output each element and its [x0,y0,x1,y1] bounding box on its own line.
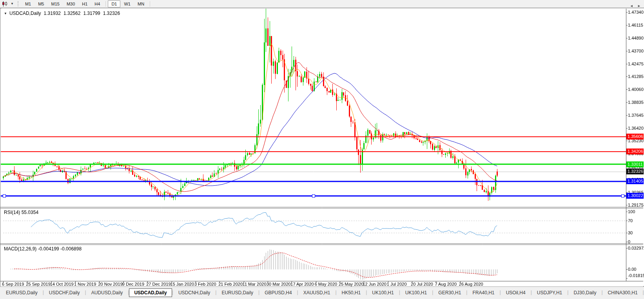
price-axis-tick: 1.41285 [628,74,644,79]
date-axis-label: 7 Aug 2020 [435,282,457,286]
macd-axis-tick: 0.00 [628,266,636,272]
ohlc-close: 1.32326 [103,11,120,16]
timeframe-button-D1[interactable]: D1 [108,0,120,7]
date-axis-label: 15 Jan 2020 [171,282,194,286]
date-axis-label: 21 Feb 2020 [218,282,243,286]
date-axis-label: 6 Sep 2019 [2,282,24,286]
chart-tabs: EURUSD,Daily|USDCHF,Daily|AUDUSD,Daily|U… [1,288,644,297]
date-axis-label: 30 Mar 2020 [267,282,291,286]
date-axis-label: 14 Oct 2019 [50,282,74,286]
timeframe-button-M1[interactable]: M1 [22,0,34,7]
chart-tab-EURUSD,Daily[interactable]: EURUSD,Daily [216,288,258,297]
date-axis-label: 3 Feb 2020 [194,282,216,286]
chart-tab-UK100,H1[interactable]: UK100,H1 [367,288,399,297]
toolbar-grip[interactable] [18,1,18,6]
price-axis-tick: 1.47340 [628,9,644,15]
timeframe-buttons: M1M5M15M30H1H4D1W1MN [22,0,152,7]
date-axis-label: 25 May 2020 [339,282,364,286]
date-axis-label: 9 Dec 2019 [122,282,144,286]
timeframe-button-MN[interactable]: MN [134,0,148,7]
ohlc-open: 1.31932 [44,11,61,16]
date-axis-label: 6 May 2020 [315,282,337,286]
chart-tab-CHINA300,H1[interactable]: CHINA300,H1 [603,288,643,297]
price-axis-tick: 1.40060 [628,87,644,92]
timeframe-button-M5[interactable]: M5 [34,0,47,7]
chart-tab-USDCHF,Daily[interactable]: USDCHF,Daily [44,288,85,297]
chart-tool-icon[interactable] [1,1,8,7]
macd-axis-tick: -0.018154 [628,273,644,278]
macd-axis-tick: 0.032972 [628,245,644,251]
chart-tab-EURUSD,Daily[interactable]: EURUSD,Daily [1,288,43,297]
level-price-label-1.33011: 1.33011 [626,161,644,167]
toolbar-separator [105,1,106,7]
timeframe-button-H4[interactable]: H4 [91,0,103,7]
price-axis-tick: 1.38835 [628,100,644,105]
date-axis-label: 12 Jun 2020 [363,282,386,286]
chart-symbol: USDCAD,Daily [9,11,41,16]
chart-tab-USDCNH,Daily[interactable]: USDCNH,Daily [173,288,215,297]
chart-tool-dropdown-caret[interactable]: ▼ [9,2,15,5]
rsi-pane-label: RSI(14) 55.0354 [4,210,38,215]
rsi-axis-tick: 70 [628,218,633,223]
chart-tab-GBPUSD,H4[interactable]: GBPUSD,H4 [259,288,297,297]
level-price-label-1.34206: 1.34206 [626,149,644,154]
toolbar-separator [150,1,150,7]
price-axis-tick: 1.37645 [628,112,644,118]
timeframe-toolbar: ▼ M1M5M15M30H1H4D1W1MN [0,0,644,8]
chart-tab-FRA40,H1[interactable]: FRA40,H1 [467,288,499,297]
chart-tab-DJ30,Daily[interactable]: DJ30,Daily [568,288,601,297]
date-axis-label: 27 Dec 2019 [146,282,171,286]
timeframe-button-W1[interactable]: W1 [120,0,134,7]
price-axis-tick: 1.29175 [628,202,644,208]
level-price-label-1.30022: 1.30022 [626,193,644,199]
chart-tab-GER30,H1[interactable]: GER30,H1 [433,288,466,297]
timeframe-button-M30[interactable]: M30 [63,0,78,7]
price-axis-tick: 1.36420 [628,125,644,131]
date-axis-label: 26 Aug 2020 [459,282,483,286]
candlestick-icon [2,1,7,7]
chart-tab-USDJPY,H1[interactable]: USDJPY,H1 [532,288,567,297]
rsi-axis-tick: 30 [628,230,633,236]
chart-tab-AUDUSD,Daily[interactable]: AUDUSD,Daily [86,288,128,297]
chart-tab-USOil,H4[interactable]: USOil,H4 [501,288,531,297]
timeframe-button-M15[interactable]: M15 [47,0,63,7]
chart-tab-bar: EURUSD,Daily|USDCHF,Daily|AUDUSD,Daily|U… [0,286,644,299]
price-axis-tick: 1.43700 [628,48,644,54]
chart-canvas[interactable] [0,9,643,286]
price-axis-tick: 1.44890 [628,35,644,41]
tab-scroll-arrows[interactable]: ◄ ► [630,4,642,8]
rsi-axis-tick: 100 [628,209,635,214]
ohlc-low: 1.31799 [83,11,100,16]
date-axis-label: 20 Nov 2019 [98,282,122,286]
rsi-axis-tick: 0 [628,239,630,245]
chart-tab-UK100,H1[interactable]: UK100,H1 [400,288,432,297]
level-price-label-1.35606: 1.35606 [626,134,644,140]
chart-title: ▼ USDCAD,Daily 1.31932 1.32562 1.31799 1… [4,11,120,16]
chart-tab-USDCAD,Daily[interactable]: USDCAD,Daily [129,288,172,297]
timeframe-button-H1[interactable]: H1 [78,0,91,7]
price-axis-tick: 1.46115 [628,22,643,28]
collapse-icon[interactable]: ▼ [4,12,7,15]
macd-pane-label: MACD(12,26,9) -0.004199 -0.006898 [4,246,82,252]
price-axis-tick: 1.42475 [628,61,644,67]
current-price-label: 1.32326 [626,169,644,174]
date-axis-label: 25 Sep 2019 [26,282,50,286]
chart-tab-XAUUSD,H1[interactable]: XAUUSD,H1 [298,288,336,297]
date-axis-label: 11 Mar 2020 [243,282,267,286]
chart-tab-HK50,H1[interactable]: HK50,H1 [337,288,366,297]
date-axis-label: 17 Apr 2020 [290,282,314,286]
ohlc-high: 1.32562 [63,11,80,16]
date-axis-label: 1 Jul 2020 [387,282,407,286]
date-axis-label: 20 Jul 2020 [411,282,433,286]
date-axis-label: 1 Nov 2019 [74,282,96,286]
level-price-label-1.31405: 1.31405 [626,178,644,184]
mt4-terminal: ▼ M1M5M15M30H1H4D1W1MN ▼ USDCAD,Daily 1.… [0,0,644,299]
